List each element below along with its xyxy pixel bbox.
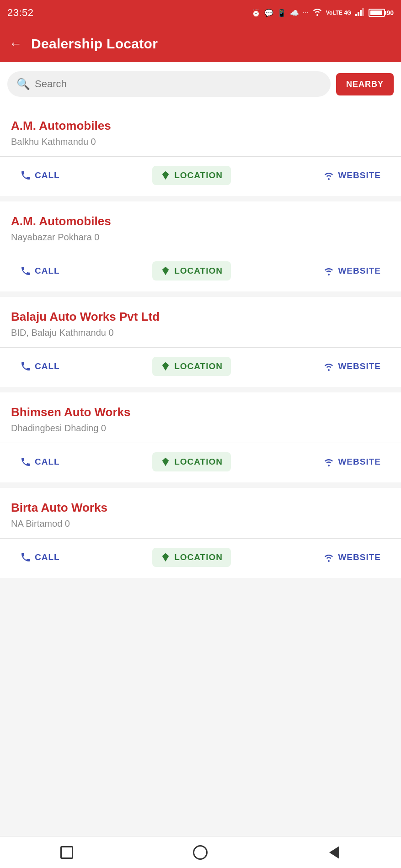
back-icon (329, 846, 339, 859)
battery-box (369, 9, 385, 17)
location-button[interactable]: LOCATION (152, 166, 231, 185)
battery-indicator: 90 (369, 9, 394, 17)
status-icons: ⏰ 💬 📱 ☁️ ··· VoLTE 4G 90 (251, 8, 394, 18)
dealer-name: Bhimsen Auto Works (11, 405, 390, 419)
location-icon (160, 457, 171, 467)
volte-icon: VoLTE 4G (326, 10, 352, 16)
chat-icon: 📱 (277, 9, 286, 17)
wifi-status-icon (312, 8, 322, 18)
website-label: WEBSITE (338, 170, 381, 180)
nav-stop-button[interactable] (58, 843, 76, 862)
call-label: CALL (35, 457, 60, 467)
action-row: CALL LOCATION WEBSITE (11, 539, 390, 578)
phone-icon (20, 265, 31, 276)
dealer-list: A.M. Automobiles Balkhu Kathmandu 0 CALL… (0, 106, 401, 583)
website-button[interactable]: WEBSITE (319, 167, 385, 184)
call-label: CALL (35, 266, 60, 276)
search-bar: 🔍 (7, 71, 331, 97)
wifi-icon (323, 265, 334, 276)
search-icon: 🔍 (16, 78, 30, 90)
signal-icon (355, 8, 365, 18)
call-label: CALL (35, 552, 60, 562)
app-header: ← Dealership Locator (0, 26, 401, 62)
website-button[interactable]: WEBSITE (319, 263, 385, 279)
battery-fill (370, 11, 382, 15)
dealer-address: Dhadingbesi Dhading 0 (11, 423, 390, 434)
action-row: CALL LOCATION WEBSITE (11, 348, 390, 387)
call-button[interactable]: CALL (16, 454, 64, 470)
dealer-card: Birta Auto Works NA Birtamod 0 CALL LOCA… (0, 488, 401, 578)
status-time: 23:52 (7, 7, 34, 19)
nav-back-button[interactable] (325, 843, 343, 862)
wifi-icon (323, 361, 334, 372)
location-icon (160, 552, 171, 562)
dealer-name: Balaju Auto Works Pvt Ltd (11, 310, 390, 324)
dealer-card: A.M. Automobiles Nayabazar Pokhara 0 CAL… (0, 201, 401, 291)
location-label: LOCATION (174, 552, 223, 562)
location-label: LOCATION (174, 170, 223, 180)
website-button[interactable]: WEBSITE (319, 454, 385, 470)
action-row: CALL LOCATION WEBSITE (11, 157, 390, 196)
phone-icon (20, 361, 31, 372)
dealer-card: Bhimsen Auto Works Dhadingbesi Dhading 0… (0, 392, 401, 482)
dealer-address: Balkhu Kathmandu 0 (11, 137, 390, 147)
more-icon: ··· (303, 9, 309, 17)
website-label: WEBSITE (338, 457, 381, 467)
back-button[interactable]: ← (9, 37, 22, 51)
svg-rect-0 (355, 14, 357, 16)
phone-icon (20, 456, 31, 467)
action-row: CALL LOCATION WEBSITE (11, 252, 390, 291)
dealer-address: Nayabazar Pokhara 0 (11, 232, 390, 243)
wifi-icon (323, 456, 334, 467)
phone-icon (20, 552, 31, 563)
dealer-name: Birta Auto Works (11, 501, 390, 515)
location-icon (160, 170, 171, 180)
message-icon: 💬 (264, 9, 273, 17)
search-input[interactable] (35, 78, 321, 90)
search-container: 🔍 NEARBY (0, 62, 401, 106)
alarm-icon: ⏰ (251, 9, 261, 17)
home-icon (193, 845, 208, 860)
location-button[interactable]: LOCATION (152, 261, 231, 281)
phone-icon (20, 170, 31, 181)
svg-rect-3 (362, 8, 364, 16)
website-label: WEBSITE (338, 266, 381, 276)
location-button[interactable]: LOCATION (152, 357, 231, 376)
wifi-icon (323, 170, 334, 181)
battery-percent: 90 (386, 9, 394, 16)
location-label: LOCATION (174, 361, 223, 371)
stop-icon (60, 846, 73, 859)
call-button[interactable]: CALL (16, 263, 64, 279)
cloud-icon: ☁️ (290, 9, 299, 17)
dealer-name: A.M. Automobiles (11, 119, 390, 133)
wifi-icon (323, 552, 334, 563)
call-button[interactable]: CALL (16, 167, 64, 184)
call-label: CALL (35, 361, 60, 371)
website-button[interactable]: WEBSITE (319, 549, 385, 566)
location-icon (160, 361, 171, 371)
dealer-card: A.M. Automobiles Balkhu Kathmandu 0 CALL… (0, 106, 401, 196)
location-button[interactable]: LOCATION (152, 548, 231, 567)
status-bar: 23:52 ⏰ 💬 📱 ☁️ ··· VoLTE 4G 90 (0, 0, 401, 26)
location-icon (160, 266, 171, 276)
dealer-address: BID, Balaju Kathmandu 0 (11, 328, 390, 338)
dealer-name: A.M. Automobiles (11, 214, 390, 228)
dealer-address: NA Birtamod 0 (11, 519, 390, 529)
svg-rect-2 (360, 10, 362, 16)
svg-rect-1 (358, 12, 359, 16)
action-row: CALL LOCATION WEBSITE (11, 443, 390, 482)
call-button[interactable]: CALL (16, 358, 64, 375)
call-button[interactable]: CALL (16, 549, 64, 566)
location-button[interactable]: LOCATION (152, 452, 231, 471)
dealer-card: Balaju Auto Works Pvt Ltd BID, Balaju Ka… (0, 297, 401, 387)
website-label: WEBSITE (338, 552, 381, 562)
call-label: CALL (35, 170, 60, 180)
nearby-button[interactable]: NEARBY (336, 73, 394, 95)
nav-bar (0, 836, 401, 868)
website-button[interactable]: WEBSITE (319, 358, 385, 375)
location-label: LOCATION (174, 266, 223, 276)
website-label: WEBSITE (338, 361, 381, 371)
page-title: Dealership Locator (31, 36, 158, 52)
location-label: LOCATION (174, 457, 223, 467)
nav-home-button[interactable] (191, 843, 209, 862)
